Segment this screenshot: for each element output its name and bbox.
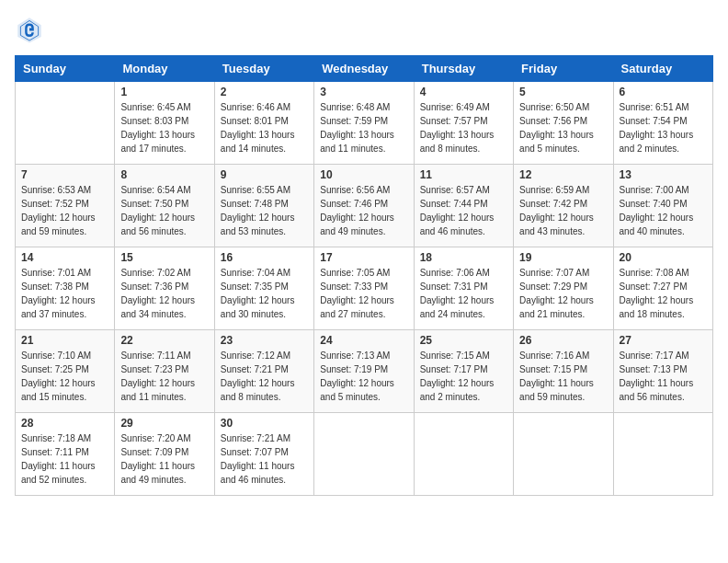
- calendar-cell: 26Sunrise: 7:16 AMSunset: 7:15 PMDayligh…: [514, 330, 613, 413]
- calendar-cell: 10Sunrise: 6:56 AMSunset: 7:46 PMDayligh…: [314, 165, 414, 247]
- cell-sun-info: Sunrise: 7:13 AMSunset: 7:19 PMDaylight:…: [320, 349, 407, 404]
- weekday-header-row: SundayMondayTuesdayWednesdayThursdayFrid…: [16, 56, 713, 82]
- cell-sun-info: Sunrise: 7:10 AMSunset: 7:25 PMDaylight:…: [21, 349, 108, 404]
- calendar-cell: [414, 413, 513, 496]
- day-number: 20: [620, 251, 707, 264]
- weekday-sunday: Sunday: [16, 56, 115, 82]
- calendar-cell: 8Sunrise: 6:54 AMSunset: 7:50 PMDaylight…: [115, 165, 214, 247]
- calendar-cell: 2Sunrise: 6:46 AMSunset: 8:01 PMDaylight…: [214, 82, 313, 165]
- calendar-week-5: 28Sunrise: 7:18 AMSunset: 7:11 PMDayligh…: [16, 413, 713, 496]
- day-number: 19: [519, 251, 607, 264]
- cell-sun-info: Sunrise: 7:01 AMSunset: 7:38 PMDaylight:…: [21, 266, 108, 321]
- calendar-cell: [514, 413, 613, 496]
- calendar-cell: 1Sunrise: 6:45 AMSunset: 8:03 PMDaylight…: [115, 82, 214, 165]
- cell-sun-info: Sunrise: 7:07 AMSunset: 7:29 PMDaylight:…: [519, 266, 607, 321]
- calendar-cell: 17Sunrise: 7:05 AMSunset: 7:33 PMDayligh…: [314, 247, 414, 330]
- calendar-cell: 27Sunrise: 7:17 AMSunset: 7:13 PMDayligh…: [613, 330, 712, 413]
- calendar-cell: 23Sunrise: 7:12 AMSunset: 7:21 PMDayligh…: [214, 330, 313, 413]
- cell-sun-info: Sunrise: 7:05 AMSunset: 7:33 PMDaylight:…: [320, 266, 407, 321]
- day-number: 27: [620, 334, 707, 347]
- calendar-week-2: 7Sunrise: 6:53 AMSunset: 7:52 PMDaylight…: [16, 165, 713, 247]
- cell-sun-info: Sunrise: 6:59 AMSunset: 7:42 PMDaylight:…: [519, 183, 607, 238]
- day-number: 13: [620, 168, 707, 181]
- calendar-cell: 18Sunrise: 7:06 AMSunset: 7:31 PMDayligh…: [414, 247, 513, 330]
- cell-sun-info: Sunrise: 6:45 AMSunset: 8:03 PMDaylight:…: [120, 100, 208, 155]
- logo: [15, 15, 48, 44]
- calendar-cell: 16Sunrise: 7:04 AMSunset: 7:35 PMDayligh…: [214, 247, 313, 330]
- cell-sun-info: Sunrise: 6:57 AMSunset: 7:44 PMDaylight:…: [420, 183, 507, 238]
- calendar-cell: 4Sunrise: 6:49 AMSunset: 7:57 PMDaylight…: [414, 82, 513, 165]
- calendar-cell: 24Sunrise: 7:13 AMSunset: 7:19 PMDayligh…: [314, 330, 414, 413]
- calendar-cell: 9Sunrise: 6:55 AMSunset: 7:48 PMDaylight…: [214, 165, 313, 247]
- day-number: 7: [21, 168, 108, 181]
- calendar-cell: 15Sunrise: 7:02 AMSunset: 7:36 PMDayligh…: [115, 247, 214, 330]
- calendar-cell: 29Sunrise: 7:20 AMSunset: 7:09 PMDayligh…: [115, 413, 214, 496]
- logo-icon: [15, 15, 44, 44]
- day-number: 21: [21, 334, 108, 347]
- day-number: 22: [120, 334, 208, 347]
- cell-sun-info: Sunrise: 7:12 AMSunset: 7:21 PMDaylight:…: [221, 349, 308, 404]
- cell-sun-info: Sunrise: 6:51 AMSunset: 7:54 PMDaylight:…: [620, 100, 707, 155]
- calendar-week-3: 14Sunrise: 7:01 AMSunset: 7:38 PMDayligh…: [16, 247, 713, 330]
- cell-sun-info: Sunrise: 7:21 AMSunset: 7:07 PMDaylight:…: [221, 431, 308, 487]
- day-number: 4: [420, 86, 507, 98]
- day-number: 8: [120, 168, 208, 181]
- cell-sun-info: Sunrise: 6:50 AMSunset: 7:56 PMDaylight:…: [519, 100, 607, 155]
- cell-sun-info: Sunrise: 7:20 AMSunset: 7:09 PMDaylight:…: [120, 431, 208, 487]
- day-number: 5: [519, 86, 607, 98]
- calendar-cell: 22Sunrise: 7:11 AMSunset: 7:23 PMDayligh…: [115, 330, 214, 413]
- calendar-cell: 12Sunrise: 6:59 AMSunset: 7:42 PMDayligh…: [514, 165, 613, 247]
- calendar-cell: 6Sunrise: 6:51 AMSunset: 7:54 PMDaylight…: [613, 82, 712, 165]
- calendar-cell: [16, 82, 115, 165]
- cell-sun-info: Sunrise: 7:04 AMSunset: 7:35 PMDaylight:…: [221, 266, 308, 321]
- day-number: 1: [120, 86, 208, 98]
- day-number: 29: [120, 417, 208, 430]
- day-number: 25: [420, 334, 507, 347]
- cell-sun-info: Sunrise: 6:48 AMSunset: 7:59 PMDaylight:…: [320, 100, 407, 155]
- day-number: 2: [221, 86, 308, 98]
- calendar-cell: 19Sunrise: 7:07 AMSunset: 7:29 PMDayligh…: [514, 247, 613, 330]
- cell-sun-info: Sunrise: 6:56 AMSunset: 7:46 PMDaylight:…: [320, 183, 407, 238]
- cell-sun-info: Sunrise: 7:06 AMSunset: 7:31 PMDaylight:…: [420, 266, 507, 321]
- cell-sun-info: Sunrise: 6:49 AMSunset: 7:57 PMDaylight:…: [420, 100, 507, 155]
- cell-sun-info: Sunrise: 6:46 AMSunset: 8:01 PMDaylight:…: [221, 100, 308, 155]
- day-number: 10: [320, 168, 407, 181]
- calendar-cell: 25Sunrise: 7:15 AMSunset: 7:17 PMDayligh…: [414, 330, 513, 413]
- day-number: 23: [221, 334, 308, 347]
- day-number: 12: [519, 168, 607, 181]
- day-number: 24: [320, 334, 407, 347]
- weekday-friday: Friday: [514, 56, 613, 82]
- calendar-cell: 21Sunrise: 7:10 AMSunset: 7:25 PMDayligh…: [16, 330, 115, 413]
- cell-sun-info: Sunrise: 6:53 AMSunset: 7:52 PMDaylight:…: [21, 183, 108, 238]
- weekday-thursday: Thursday: [414, 56, 513, 82]
- calendar-week-1: 1Sunrise: 6:45 AMSunset: 8:03 PMDaylight…: [16, 82, 713, 165]
- weekday-saturday: Saturday: [613, 56, 712, 82]
- calendar-cell: 11Sunrise: 6:57 AMSunset: 7:44 PMDayligh…: [414, 165, 513, 247]
- page-header: [15, 15, 713, 44]
- cell-sun-info: Sunrise: 7:15 AMSunset: 7:17 PMDaylight:…: [420, 349, 507, 404]
- cell-sun-info: Sunrise: 7:17 AMSunset: 7:13 PMDaylight:…: [620, 349, 707, 404]
- weekday-tuesday: Tuesday: [214, 56, 313, 82]
- day-number: 30: [221, 417, 308, 430]
- cell-sun-info: Sunrise: 7:16 AMSunset: 7:15 PMDaylight:…: [519, 349, 607, 404]
- calendar-cell: 7Sunrise: 6:53 AMSunset: 7:52 PMDaylight…: [16, 165, 115, 247]
- day-number: 9: [221, 168, 308, 181]
- day-number: 11: [420, 168, 507, 181]
- cell-sun-info: Sunrise: 7:02 AMSunset: 7:36 PMDaylight:…: [120, 266, 208, 321]
- calendar-cell: 30Sunrise: 7:21 AMSunset: 7:07 PMDayligh…: [214, 413, 313, 496]
- day-number: 26: [519, 334, 607, 347]
- day-number: 3: [320, 86, 407, 98]
- cell-sun-info: Sunrise: 6:54 AMSunset: 7:50 PMDaylight:…: [120, 183, 208, 238]
- calendar-body: 1Sunrise: 6:45 AMSunset: 8:03 PMDaylight…: [16, 82, 713, 496]
- cell-sun-info: Sunrise: 7:00 AMSunset: 7:40 PMDaylight:…: [620, 183, 707, 238]
- cell-sun-info: Sunrise: 7:18 AMSunset: 7:11 PMDaylight:…: [21, 431, 108, 487]
- day-number: 16: [221, 251, 308, 264]
- day-number: 18: [420, 251, 507, 264]
- day-number: 15: [120, 251, 208, 264]
- weekday-monday: Monday: [115, 56, 214, 82]
- calendar-cell: 3Sunrise: 6:48 AMSunset: 7:59 PMDaylight…: [314, 82, 414, 165]
- weekday-wednesday: Wednesday: [314, 56, 414, 82]
- day-number: 14: [21, 251, 108, 264]
- calendar-cell: 14Sunrise: 7:01 AMSunset: 7:38 PMDayligh…: [16, 247, 115, 330]
- calendar-cell: 5Sunrise: 6:50 AMSunset: 7:56 PMDaylight…: [514, 82, 613, 165]
